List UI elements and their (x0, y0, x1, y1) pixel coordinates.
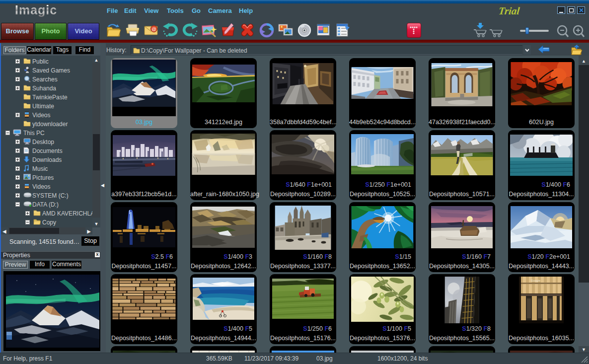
svg-text:@: @ (151, 27, 156, 32)
svg-text:Google: Google (531, 279, 541, 282)
